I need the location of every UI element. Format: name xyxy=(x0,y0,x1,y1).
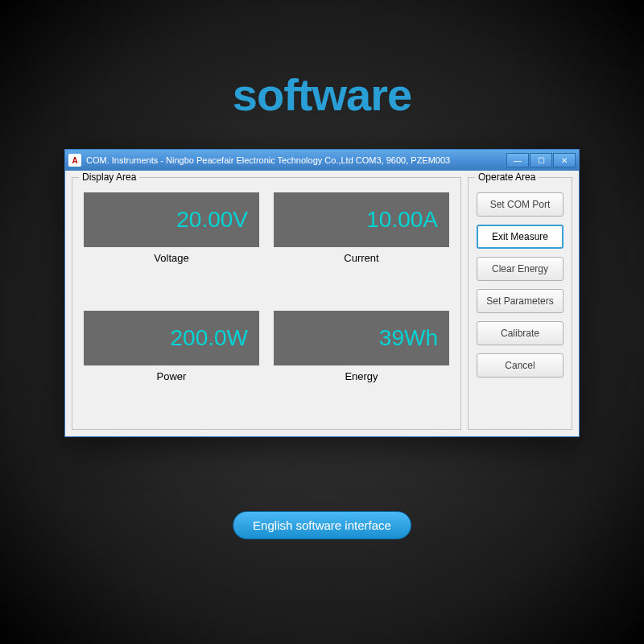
set-parameters-button[interactable]: Set Parameters xyxy=(477,289,564,313)
voltage-readout: 20.00V xyxy=(84,192,259,247)
power-label: Power xyxy=(84,370,259,382)
display-area-group: Display Area 20.00V Voltage 10.00A Curre… xyxy=(72,177,461,430)
power-readout: 200.0W xyxy=(84,311,259,365)
titlebar[interactable]: A COM. Instruments - Ningbo Peacefair El… xyxy=(65,150,579,171)
clear-energy-button[interactable]: Clear Energy xyxy=(477,257,564,281)
app-icon: A xyxy=(68,154,81,167)
maximize-icon: ☐ xyxy=(538,156,545,165)
energy-label: Energy xyxy=(274,370,449,382)
caption-pill: English software interface xyxy=(233,511,411,539)
application-window: A COM. Instruments - Ningbo Peacefair El… xyxy=(64,149,580,437)
close-icon: ✕ xyxy=(561,156,568,165)
close-button[interactable]: ✕ xyxy=(553,153,576,167)
maximize-button[interactable]: ☐ xyxy=(530,153,552,167)
voltage-block: 20.00V Voltage xyxy=(84,192,259,299)
window-body: Display Area 20.00V Voltage 10.00A Curre… xyxy=(65,171,579,436)
exit-measure-button[interactable]: Exit Measure xyxy=(477,225,564,249)
calibrate-button[interactable]: Calibrate xyxy=(477,321,564,345)
cancel-button[interactable]: Cancel xyxy=(477,353,564,378)
page-heading: software xyxy=(0,68,644,121)
current-readout: 10.00A xyxy=(274,192,449,247)
energy-readout: 39Wh xyxy=(274,311,449,365)
window-controls: — ☐ ✕ xyxy=(506,153,576,167)
power-block: 200.0W Power xyxy=(84,311,259,418)
current-label: Current xyxy=(274,252,449,264)
window-title: COM. Instruments - Ningbo Peacefair Elec… xyxy=(86,155,506,165)
minimize-button[interactable]: — xyxy=(506,153,529,167)
display-area-label: Display Area xyxy=(79,171,139,183)
operate-area-label: Operate Area xyxy=(475,171,539,183)
minimize-icon: — xyxy=(514,156,522,165)
current-block: 10.00A Current xyxy=(274,192,449,299)
voltage-label: Voltage xyxy=(84,252,259,264)
set-com-port-button[interactable]: Set COM Port xyxy=(477,192,564,217)
energy-block: 39Wh Energy xyxy=(274,311,449,418)
operate-area-group: Operate Area Set COM Port Exit Measure C… xyxy=(468,177,572,430)
